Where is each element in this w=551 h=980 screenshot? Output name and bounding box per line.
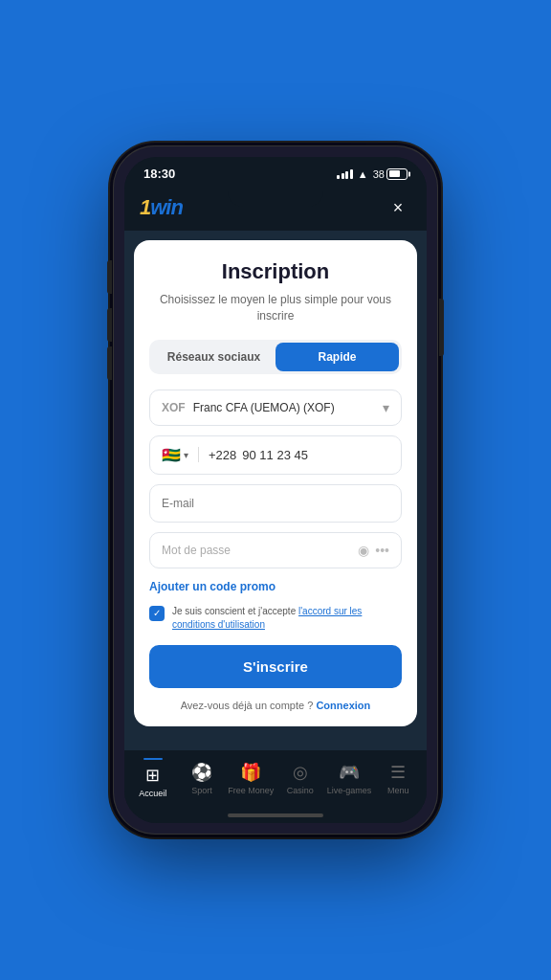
- chevron-down-icon: ▾: [383, 400, 389, 415]
- status-bar: 18:30 ▲ 38: [124, 157, 427, 187]
- modal-subtitle: Choisissez le moyen le plus simple pour …: [149, 292, 402, 324]
- currency-dropdown[interactable]: XOF Franc CFA (UEMOA) (XOF) ▾: [149, 390, 402, 426]
- phone-divider: [198, 447, 199, 462]
- nav-item-casino[interactable]: ◎ Casino: [277, 762, 323, 795]
- tab-social[interactable]: Réseaux sociaux: [152, 343, 276, 371]
- battery-level: 38: [373, 168, 385, 180]
- terms-text: Je suis conscient et j'accepte l'accord …: [172, 605, 402, 632]
- logo-one: 1: [140, 195, 150, 219]
- promo-code-link[interactable]: Ajouter un code promo: [149, 580, 402, 593]
- home-indicator: [124, 808, 427, 823]
- battery-body: [386, 168, 408, 180]
- currency-code: XOF: [162, 401, 186, 414]
- nav-label-sport: Sport: [191, 786, 212, 795]
- tab-quick[interactable]: Rapide: [276, 343, 399, 371]
- phone-input-row: 🇹🇬 ▾ +228 90 11 23 45: [149, 435, 402, 475]
- phone-screen: 18:30 ▲ 38 1win ×: [124, 157, 427, 823]
- menu-icon: ☰: [390, 762, 406, 783]
- nav-item-free-money[interactable]: 🎁 Free Money: [228, 762, 274, 795]
- nav-label-casino: Casino: [287, 786, 314, 795]
- notch: [228, 186, 323, 207]
- close-button[interactable]: ×: [385, 194, 411, 221]
- phone-number-value: 90 11 23 45: [242, 448, 389, 462]
- terms-checkbox[interactable]: ✓: [149, 606, 165, 621]
- checkmark-icon: ✓: [153, 608, 161, 618]
- logo-text: 1win: [140, 195, 183, 220]
- nav-item-live-games[interactable]: 🎮 Live-games: [326, 762, 372, 795]
- nav-item-sport[interactable]: ⚽ Sport: [179, 762, 225, 795]
- nav-item-menu[interactable]: ☰ Menu: [375, 762, 421, 795]
- nav-label-menu: Menu: [387, 786, 409, 795]
- home-indicator-bar: [228, 813, 323, 817]
- wifi-icon: ▲: [358, 168, 368, 180]
- nav-underline: [143, 758, 163, 760]
- nav-item-accueil[interactable]: ⊞ Accueil: [130, 758, 176, 798]
- home-icon: ⊞: [145, 765, 160, 786]
- bottom-nav: ⊞ Accueil ⚽ Sport 🎁 Free Money ◎ Casino …: [124, 749, 427, 808]
- controller-icon: 🎮: [339, 762, 360, 783]
- signal-icon: [337, 169, 353, 179]
- gift-icon: 🎁: [240, 762, 261, 783]
- nav-label-live-games: Live-games: [327, 786, 372, 795]
- status-time: 18:30: [143, 167, 175, 181]
- email-field[interactable]: [149, 484, 402, 523]
- logo: 1win: [140, 195, 183, 220]
- nav-label-accueil: Accueil: [139, 789, 166, 798]
- tab-switcher: Réseaux sociaux Rapide: [149, 340, 402, 374]
- main-content: Inscription Choisissez le moyen le plus …: [124, 231, 427, 749]
- casino-icon: ◎: [293, 762, 308, 783]
- battery-fill: [389, 170, 401, 177]
- status-icons: ▲ 38: [337, 168, 408, 180]
- modal-title: Inscription: [149, 259, 402, 284]
- flag-dropdown[interactable]: 🇹🇬 ▾: [162, 446, 188, 464]
- flag-chevron-icon: ▾: [184, 450, 188, 460]
- flag-emoji: 🇹🇬: [162, 446, 181, 464]
- battery-indicator: 38: [373, 168, 408, 180]
- login-link[interactable]: Connexion: [316, 700, 370, 711]
- password-row: Mot de passe ◉ •••: [149, 532, 402, 568]
- dots-icon[interactable]: •••: [375, 543, 389, 558]
- password-placeholder: Mot de passe: [162, 544, 350, 557]
- password-icons: ◉ •••: [358, 543, 389, 558]
- modal-card: Inscription Choisissez le moyen le plus …: [134, 240, 417, 726]
- currency-left: XOF Franc CFA (UEMOA) (XOF): [162, 401, 335, 414]
- terms-row: ✓ Je suis conscient et j'accepte l'accor…: [149, 605, 402, 632]
- eye-icon[interactable]: ◉: [358, 543, 369, 558]
- country-code: +228: [209, 448, 236, 462]
- already-account: Avez-vous déjà un compte ? Connexion: [149, 700, 402, 711]
- sport-icon: ⚽: [191, 762, 212, 783]
- register-button[interactable]: S'inscrire: [149, 645, 402, 688]
- currency-name: Franc CFA (UEMOA) (XOF): [193, 401, 335, 414]
- phone-frame: 18:30 ▲ 38 1win ×: [113, 145, 438, 835]
- nav-label-free-money: Free Money: [228, 786, 274, 795]
